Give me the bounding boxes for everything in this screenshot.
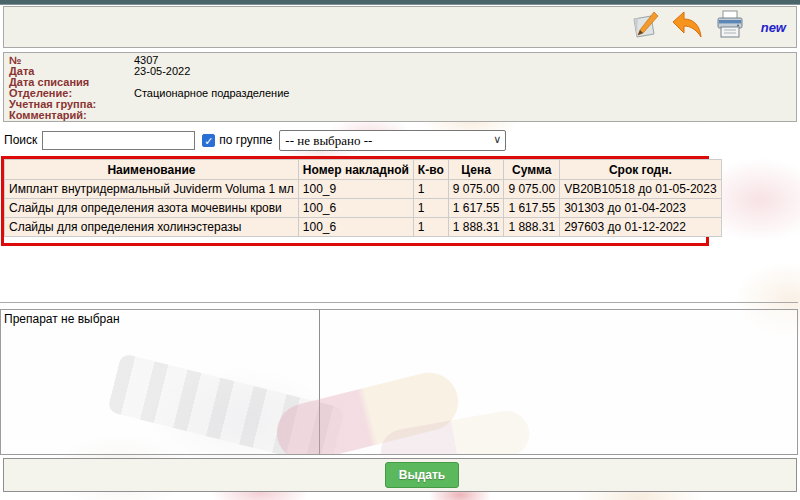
col-header-sum: Сумма [504,160,560,180]
cell-name: Слайды для определения холинэстеразы [5,218,299,237]
drug-detail-right-pane [319,310,797,454]
table-row[interactable]: Имплант внутридермальный Juviderm Voluma… [5,180,722,199]
by-group-label: по группе [219,133,272,147]
cell-sum: 1 617.55 [504,199,560,218]
search-input[interactable] [42,131,195,150]
cell-price: 1 888.31 [448,218,504,237]
cell-expiry: VB20B10518 до 01-05-2023 [560,180,721,199]
col-header-name: Наименование [5,160,299,180]
by-group-checkbox[interactable]: ✓ [202,134,215,147]
edit-icon [627,9,661,45]
no-drug-selected-message: Препарат не выбран [4,312,120,326]
search-label: Поиск [4,133,37,147]
table-row[interactable]: Слайды для определения холинэстеразы 100… [5,218,722,237]
document-info-panel: №4307 Дата23-05-2022 Дата списания Отдел… [3,52,797,122]
cell-name: Слайды для определения азота мочевины кр… [5,199,299,218]
items-table: Наименование Номер накладной К-во Цена С… [4,159,722,237]
cell-qty: 1 [413,218,448,237]
footer-action-bar: Выдать [3,458,797,492]
info-value-department: Стационарное подразделение [134,88,289,99]
issue-button[interactable]: Выдать [385,462,459,488]
cell-price: 1 617.55 [448,199,504,218]
cell-invoice: 100_6 [298,199,413,218]
col-header-expiry: Срок годн. [560,160,721,180]
cell-invoice: 100_9 [298,180,413,199]
search-row: Поиск ✓ по группе -- не выбрано -- ∨ [4,129,796,151]
col-header-price: Цена [448,160,504,180]
cell-expiry: 297603 до 01-12-2022 [560,218,721,237]
drug-detail-left-pane: Препарат не выбран [1,310,319,454]
toolbar: new [3,6,797,48]
col-header-invoice: Номер накладной [298,160,413,180]
cell-sum: 1 888.31 [504,218,560,237]
group-select-wrap: -- не выбрано -- ∨ [279,130,506,151]
col-header-qty: К-во [413,160,448,180]
table-header-row: Наименование Номер накладной К-во Цена С… [5,160,722,180]
print-button[interactable] [712,10,748,44]
cell-sum: 9 075.00 [504,180,560,199]
cell-price: 9 075.00 [448,180,504,199]
table-row[interactable]: Слайды для определения азота мочевины кр… [5,199,722,218]
undo-button[interactable] [669,10,705,44]
new-link[interactable]: new [761,20,786,35]
cell-name: Имплант внутридермальный Juviderm Voluma… [5,180,299,199]
edit-button[interactable] [626,10,662,44]
top-title-strip [0,0,800,5]
horizontal-divider [0,302,798,303]
cell-qty: 1 [413,199,448,218]
info-label-comment: Комментарий: [9,110,134,121]
printer-icon [713,9,747,45]
items-table-highlight-box: Наименование Номер накладной К-во Цена С… [1,156,709,246]
undo-arrow-icon [670,9,704,45]
cell-invoice: 100_6 [298,218,413,237]
drug-detail-panel: Препарат не выбран [0,309,798,455]
group-select[interactable]: -- не выбрано -- [279,130,506,151]
cell-qty: 1 [413,180,448,199]
cell-expiry: 301303 до 01-04-2023 [560,199,721,218]
info-value-date: 23-05-2022 [134,66,190,77]
